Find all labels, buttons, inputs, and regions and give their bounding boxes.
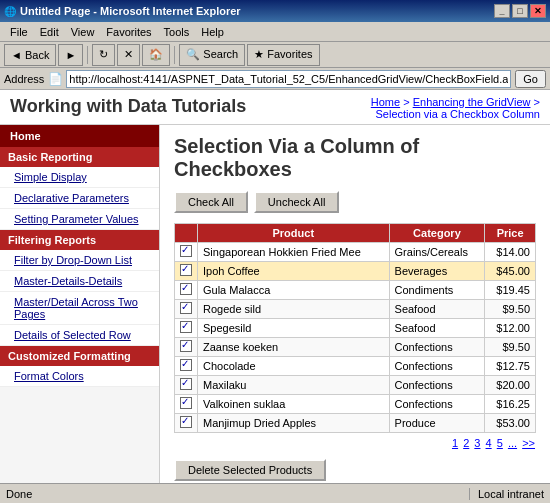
breadcrumb-link1[interactable]: Enhancing the GridView — [413, 96, 531, 108]
site-header: Working with Data Tutorials Home > Enhan… — [0, 90, 550, 125]
site-title: Working with Data Tutorials — [10, 96, 246, 117]
sidebar-item-master-details[interactable]: Master-Details-Details — [0, 271, 159, 292]
row-product-8: Valkoinen suklaa — [198, 395, 390, 414]
page-2[interactable]: 2 — [463, 437, 469, 449]
address-input[interactable] — [66, 70, 511, 88]
table-row: Spegesild Seafood $12.00 — [175, 319, 536, 338]
breadcrumb-home[interactable]: Home — [371, 96, 400, 108]
checkbox-3[interactable] — [180, 302, 192, 314]
page-next[interactable]: >> — [522, 437, 535, 449]
minimize-button[interactable]: _ — [494, 4, 510, 18]
stop-button[interactable]: ✕ — [117, 44, 140, 66]
row-category-1: Beverages — [389, 262, 485, 281]
page-4[interactable]: 4 — [486, 437, 492, 449]
row-price-4: $12.00 — [485, 319, 536, 338]
row-checkbox-cell[interactable] — [175, 300, 198, 319]
products-table: Product Category Price Singaporean Hokki… — [174, 223, 536, 433]
window-controls: _ □ ✕ — [494, 4, 546, 18]
col-header-check — [175, 224, 198, 243]
menu-file[interactable]: File — [4, 24, 34, 40]
maximize-button[interactable]: □ — [512, 4, 528, 18]
row-checkbox-cell[interactable] — [175, 338, 198, 357]
col-header-price: Price — [485, 224, 536, 243]
sidebar-item-master-detail-two-pages[interactable]: Master/Detail Across Two Pages — [0, 292, 159, 325]
close-button[interactable]: ✕ — [530, 4, 546, 18]
table-row: Rogede sild Seafood $9.50 — [175, 300, 536, 319]
table-row: Maxilaku Confections $20.00 — [175, 376, 536, 395]
breadcrumb-sep1: > — [403, 96, 412, 108]
sidebar-item-simple-display[interactable]: Simple Display — [0, 167, 159, 188]
row-checkbox-cell[interactable] — [175, 243, 198, 262]
row-product-2: Gula Malacca — [198, 281, 390, 300]
search-button[interactable]: 🔍 Search — [179, 44, 245, 66]
menubar: File Edit View Favorites Tools Help — [0, 22, 550, 42]
content-wrap: Home Basic Reporting Simple Display Decl… — [0, 125, 550, 483]
window-title: Untitled Page - Microsoft Internet Explo… — [20, 5, 494, 17]
checkbox-7[interactable] — [180, 378, 192, 390]
row-checkbox-cell[interactable] — [175, 281, 198, 300]
row-checkbox-cell[interactable] — [175, 262, 198, 281]
row-checkbox-cell[interactable] — [175, 357, 198, 376]
sidebar-item-declarative-parameters[interactable]: Declarative Parameters — [0, 188, 159, 209]
row-product-9: Manjimup Dried Apples — [198, 414, 390, 433]
checkbox-5[interactable] — [180, 340, 192, 352]
delete-selected-button[interactable]: Delete Selected Products — [174, 459, 326, 481]
row-price-3: $9.50 — [485, 300, 536, 319]
row-checkbox-cell[interactable] — [175, 319, 198, 338]
page-1[interactable]: 1 — [452, 437, 458, 449]
forward-button[interactable]: ► — [58, 44, 83, 66]
sidebar-item-filter-dropdown[interactable]: Filter by Drop-Down List — [0, 250, 159, 271]
menu-favorites[interactable]: Favorites — [100, 24, 157, 40]
addressbar: Address 📄 Go — [0, 68, 550, 90]
favorites-button[interactable]: ★ Favorites — [247, 44, 319, 66]
row-category-2: Condiments — [389, 281, 485, 300]
toolbar: ◄ Back ► ↻ ✕ 🏠 🔍 Search ★ Favorites — [0, 42, 550, 68]
statusbar: Done Local intranet — [0, 483, 550, 503]
row-category-7: Confections — [389, 376, 485, 395]
row-category-9: Produce — [389, 414, 485, 433]
row-price-8: $16.25 — [485, 395, 536, 414]
back-button[interactable]: ◄ Back — [4, 44, 56, 66]
checkbox-2[interactable] — [180, 283, 192, 295]
row-price-6: $12.75 — [485, 357, 536, 376]
row-product-5: Zaanse koeken — [198, 338, 390, 357]
uncheck-all-button[interactable]: Uncheck All — [254, 191, 339, 213]
row-category-0: Grains/Cereals — [389, 243, 485, 262]
row-checkbox-cell[interactable] — [175, 395, 198, 414]
checkbox-4[interactable] — [180, 321, 192, 333]
checkbox-6[interactable] — [180, 359, 192, 371]
sidebar-item-details-selected-row[interactable]: Details of Selected Row — [0, 325, 159, 346]
checkbox-1[interactable] — [180, 264, 192, 276]
menu-edit[interactable]: Edit — [34, 24, 65, 40]
check-all-button[interactable]: Check All — [174, 191, 248, 213]
row-checkbox-cell[interactable] — [175, 414, 198, 433]
main-content: Selection Via a Column of Checkboxes Che… — [160, 125, 550, 483]
sidebar-item-format-colors[interactable]: Format Colors — [0, 366, 159, 387]
sidebar-item-home[interactable]: Home — [0, 125, 159, 147]
refresh-button[interactable]: ↻ — [92, 44, 115, 66]
table-row: Ipoh Coffee Beverages $45.00 — [175, 262, 536, 281]
checkbox-0[interactable] — [180, 245, 192, 257]
page-icon: 📄 — [48, 72, 63, 86]
delete-button-row: Delete Selected Products — [174, 459, 536, 481]
menu-help[interactable]: Help — [195, 24, 230, 40]
row-checkbox-cell[interactable] — [175, 376, 198, 395]
row-category-5: Confections — [389, 338, 485, 357]
checkbox-8[interactable] — [180, 397, 192, 409]
row-category-3: Seafood — [389, 300, 485, 319]
page-5[interactable]: 5 — [497, 437, 503, 449]
home-button[interactable]: 🏠 — [142, 44, 170, 66]
sidebar: Home Basic Reporting Simple Display Decl… — [0, 125, 160, 483]
menu-view[interactable]: View — [65, 24, 101, 40]
checkbox-9[interactable] — [180, 416, 192, 428]
pagination: 1 2 3 4 5 ... >> — [174, 437, 536, 449]
go-button[interactable]: Go — [515, 70, 546, 88]
button-group: Check All Uncheck All — [174, 191, 536, 213]
page-title: Selection Via a Column of Checkboxes — [174, 135, 536, 181]
table-row: Singaporean Hokkien Fried Mee Grains/Cer… — [175, 243, 536, 262]
page-3[interactable]: 3 — [474, 437, 480, 449]
sidebar-item-setting-parameter-values[interactable]: Setting Parameter Values — [0, 209, 159, 230]
menu-tools[interactable]: Tools — [158, 24, 196, 40]
breadcrumb-current: Selection via a Checkbox Column — [376, 108, 540, 120]
table-row: Valkoinen suklaa Confections $16.25 — [175, 395, 536, 414]
